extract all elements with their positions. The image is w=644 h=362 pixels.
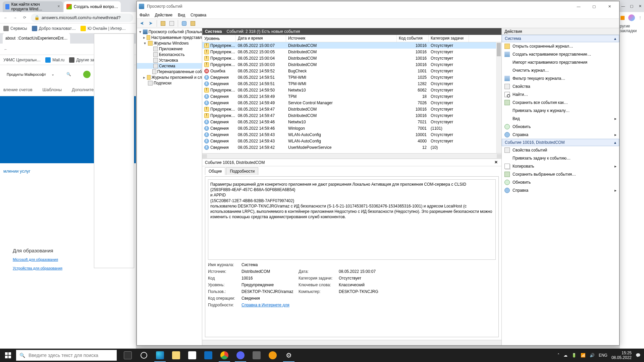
footer-link[interactable]: Microsoft для образования xyxy=(13,257,62,261)
forward-icon[interactable] xyxy=(12,15,18,21)
table-row[interactable]: Сведения08.05.2022 14:59:46Winlogon7001(… xyxy=(202,125,501,131)
taskbar-store[interactable] xyxy=(184,349,200,362)
close-icon[interactable]: ✕ xyxy=(637,1,643,11)
menu-view[interactable]: Вид xyxy=(178,13,185,17)
action-item[interactable]: Справка▸ xyxy=(502,186,619,194)
table-row[interactable]: Предупреж…08.05.2022 15:00:03Distributed… xyxy=(202,61,501,68)
table-body[interactable]: Предупреж…08.05.2022 15:00:07Distributed… xyxy=(202,42,501,153)
action-item[interactable]: Вид▸ xyxy=(502,115,619,123)
titlebar[interactable]: Просмотр событий — ▢ ✕ xyxy=(137,1,619,11)
other-bookmarks[interactable]: ругие закладки xyxy=(620,24,642,33)
tree-log-security[interactable]: Безопасность xyxy=(137,52,202,57)
action-item[interactable]: Сохранить все события как… xyxy=(502,99,619,107)
vertical-scrollbar[interactable] xyxy=(496,42,501,153)
tab-close-icon[interactable]: × xyxy=(57,4,60,9)
table-row[interactable]: Сведения08.05.2022 14:59:49TPM18Отсутств… xyxy=(202,93,501,100)
onedrive-icon[interactable]: ☁ xyxy=(564,353,568,358)
detail-close-icon[interactable]: ✕ xyxy=(493,160,499,165)
actions-section-event[interactable]: Событие 10016, DistributedCOM▴ xyxy=(502,139,619,146)
reload-icon[interactable] xyxy=(21,15,28,21)
menu-icon[interactable]: ⋮ xyxy=(638,16,642,20)
taskbar-search[interactable]: 🔍Введите здесь текст для поиска xyxy=(16,350,117,361)
table-row[interactable]: Предупреж…08.05.2022 15:00:05Distributed… xyxy=(202,49,501,55)
maximize-icon[interactable]: ▢ xyxy=(628,1,635,11)
back-icon[interactable] xyxy=(3,46,9,52)
back-icon[interactable] xyxy=(3,15,9,21)
action-item[interactable]: Обновить xyxy=(502,123,619,131)
action-item[interactable]: Привязать задачу к журналу… xyxy=(502,107,619,115)
task-view-button[interactable] xyxy=(120,349,136,362)
action-item[interactable]: Фильтр текущего журнала… xyxy=(502,74,619,82)
bookmark[interactable]: Mail.ru xyxy=(45,57,64,63)
extension-icon[interactable]: 🟧 xyxy=(620,16,625,20)
taskbar-app[interactable] xyxy=(265,349,280,362)
close-button[interactable]: ✕ xyxy=(602,2,617,11)
table-row[interactable]: Предупреж…08.05.2022 14:59:47Distributed… xyxy=(202,112,501,119)
taskbar-explorer[interactable] xyxy=(168,349,184,362)
help-icon[interactable] xyxy=(180,20,188,27)
footer-link[interactable]: Устройства для образования xyxy=(13,266,62,270)
search-icon[interactable]: 🔍 xyxy=(66,72,71,76)
menu-help[interactable]: Справка xyxy=(191,13,206,17)
table-row[interactable]: Сведения08.05.2022 14:59:49Service Contr… xyxy=(202,100,501,106)
detail-scrollbar[interactable] xyxy=(202,340,501,345)
start-button[interactable] xyxy=(0,349,16,362)
event-message[interactable]: Параметры разрешений для конкретного при… xyxy=(208,179,496,260)
table-row[interactable]: Сведения08.05.2022 14:59:51TPM-WMI1025От… xyxy=(202,74,501,80)
col-level[interactable]: Уровень xyxy=(202,35,236,42)
tab-details[interactable]: Подробности xyxy=(226,167,258,175)
profile-avatar-icon[interactable] xyxy=(628,14,635,21)
table-row[interactable]: Ошибка08.05.2022 14:59:52BugCheck1001Отс… xyxy=(202,68,501,74)
wifi-icon[interactable]: 📶 xyxy=(581,353,586,358)
col-eventid[interactable]: Код события xyxy=(397,35,429,42)
language-indicator[interactable]: ENG xyxy=(599,353,607,358)
address-bar[interactable]: 🔒 answers.microsoft.com/ru-ru/newthread? xyxy=(31,13,133,22)
action-item[interactable]: Справка▸ xyxy=(502,131,619,139)
action-item[interactable]: Очистить журнал… xyxy=(502,66,619,74)
user-avatar-icon[interactable] xyxy=(83,71,91,78)
cortana-button[interactable] xyxy=(136,349,152,362)
navigation-tree[interactable]: ▾Просмотр событий (Локальн ▸Настраиваемы… xyxy=(137,28,202,345)
bookmark[interactable]: Ю Онлайн | Интер… xyxy=(80,26,126,31)
table-row[interactable]: Сведения08.05.2022 14:59:51TPM-WMI1282От… xyxy=(202,80,501,87)
minimize-button[interactable]: — xyxy=(571,2,586,11)
taskbar-discord[interactable] xyxy=(233,349,248,362)
table-row[interactable]: Сведения08.05.2022 14:59:43WLAN-AutoConf… xyxy=(202,131,501,138)
tree-subscriptions[interactable]: Подписки xyxy=(137,80,202,86)
tree-log-forwarded[interactable]: Перенаправленные соб xyxy=(137,69,202,74)
chrome-tab[interactable]: Создать новый вопро… xyxy=(64,1,121,12)
tray-expand-icon[interactable]: ˄ xyxy=(557,353,559,358)
tree-root[interactable]: ▾Просмотр событий (Локальн xyxy=(137,29,202,35)
actions-section-system[interactable]: Система▴ xyxy=(502,35,619,42)
ms-menu[interactable]: Продукты Майкрософт xyxy=(7,72,46,76)
online-help-link[interactable]: Справка в Интернете для xyxy=(241,303,295,307)
maximize-button[interactable]: ▢ xyxy=(586,2,602,11)
back-icon[interactable]: ⮜ xyxy=(138,20,146,27)
action-item[interactable]: Импорт настраиваемого представления xyxy=(502,58,619,66)
action-item[interactable]: Обновить xyxy=(502,178,619,186)
taskbar-mail[interactable] xyxy=(201,349,216,362)
tab-general[interactable]: Общие xyxy=(205,167,225,175)
chrome-tab[interactable]: about:ContactUsExperienceEnt… xyxy=(3,33,70,44)
action-item[interactable]: Свойства событий xyxy=(502,146,619,154)
table-row[interactable]: Предупреж…08.05.2022 15:00:04Distributed… xyxy=(202,55,501,61)
action-item[interactable]: Найти… xyxy=(502,90,619,99)
bookmark[interactable]: Добро пожаловат… xyxy=(32,26,76,31)
taskbar-calculator[interactable] xyxy=(249,349,264,362)
table-row[interactable]: Предупреж…08.05.2022 14:59:47Distributed… xyxy=(202,106,501,112)
menu-file[interactable]: Файл xyxy=(140,13,150,17)
bookmark[interactable]: Сервисы xyxy=(3,26,27,31)
action-item[interactable]: Создать настраиваемое представление… xyxy=(502,50,619,58)
horizontal-scrollbar[interactable] xyxy=(202,153,501,159)
tree-item[interactable]: ▸Настраиваемые представл xyxy=(137,35,202,40)
col-category[interactable]: Категория задачи xyxy=(429,35,469,42)
bookmark[interactable]: УФМС Центральн… xyxy=(3,58,41,62)
panel-icon[interactable] xyxy=(189,20,197,27)
table-row[interactable]: Сведения08.05.2022 14:59:46Netwtw107021О… xyxy=(202,119,501,125)
col-datetime[interactable]: Дата и время xyxy=(236,35,286,42)
taskbar-edge[interactable] xyxy=(152,349,168,362)
table-row[interactable]: Сведения08.05.2022 14:59:42UserModePower… xyxy=(202,144,501,150)
action-item[interactable]: Привязать задачу к событию… xyxy=(502,154,619,162)
minimize-icon[interactable]: — xyxy=(620,1,626,11)
action-item[interactable]: Свойства xyxy=(502,82,619,90)
